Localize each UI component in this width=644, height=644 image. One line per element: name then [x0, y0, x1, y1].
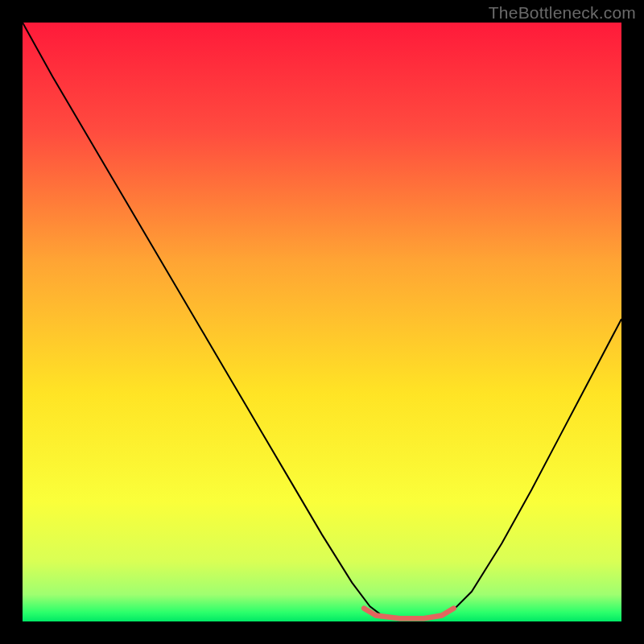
- watermark-text: TheBottleneck.com: [489, 3, 636, 23]
- heat-background: [23, 23, 621, 621]
- chart-frame: [23, 23, 621, 621]
- chart-svg: [23, 23, 621, 621]
